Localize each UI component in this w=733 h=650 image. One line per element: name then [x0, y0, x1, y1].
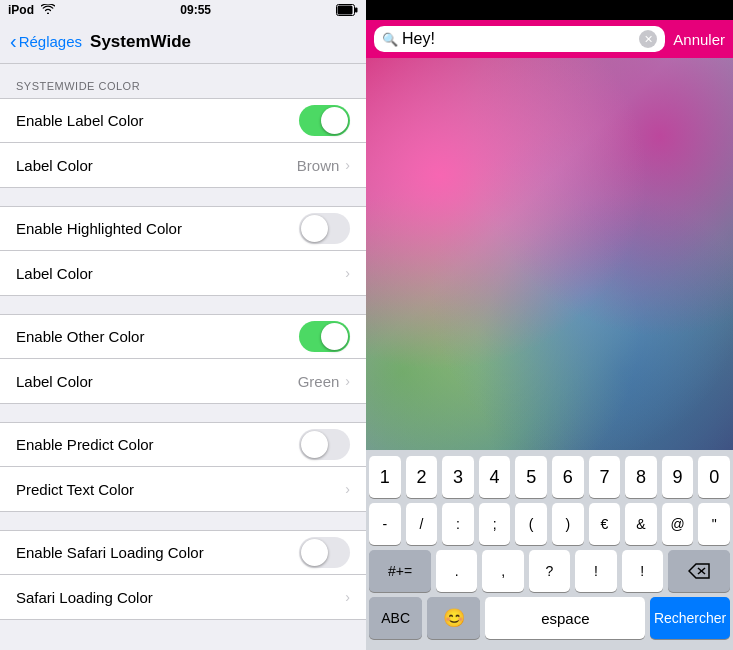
key-period[interactable]: .	[436, 550, 477, 592]
settings-group-5: Enable Safari Loading Color Safari Loadi…	[0, 530, 366, 620]
enable-highlighted-color-label: Enable Highlighted Color	[16, 220, 182, 237]
search-input[interactable]: Hey!	[402, 30, 635, 48]
label-color-green-right: Green ›	[298, 373, 350, 390]
key-slash[interactable]: /	[406, 503, 438, 545]
key-2[interactable]: 2	[406, 456, 438, 498]
navigation-bar: ‹ Réglages SystemWide	[0, 20, 366, 64]
key-rechercher[interactable]: Rechercher	[650, 597, 730, 639]
key-open-paren[interactable]: (	[515, 503, 547, 545]
section-header: SYSTEMWIDE COLOR	[0, 64, 366, 98]
key-colon[interactable]: :	[442, 503, 474, 545]
key-euro[interactable]: €	[589, 503, 621, 545]
label-color-2-right: ›	[345, 265, 350, 281]
toggle-knob-5	[301, 539, 328, 566]
key-exclaim[interactable]: !	[575, 550, 616, 592]
chevron-right-icon-3: ›	[345, 373, 350, 389]
wifi-icon: ︎	[38, 3, 55, 17]
enable-predict-color-label: Enable Predict Color	[16, 436, 154, 453]
settings-list: SYSTEMWIDE COLOR Enable Label Color Labe…	[0, 64, 366, 650]
toggle-knob-2	[301, 215, 328, 242]
key-4[interactable]: 4	[479, 456, 511, 498]
label-color-brown-label: Label Color	[16, 157, 93, 174]
key-1[interactable]: 1	[369, 456, 401, 498]
predict-text-color-right: ›	[345, 481, 350, 497]
settings-group-1: Enable Label Color Label Color Brown ›	[0, 98, 366, 188]
label-color-2-row[interactable]: Label Color ›	[0, 251, 366, 295]
left-panel: iPod ︎ 09:55 ‹ Réglages SystemWi	[0, 0, 366, 650]
toggle-knob-3	[321, 323, 348, 350]
key-0[interactable]: 0	[698, 456, 730, 498]
enable-other-color-toggle[interactable]	[299, 321, 350, 352]
key-3[interactable]: 3	[442, 456, 474, 498]
label-color-green-label: Label Color	[16, 373, 93, 390]
keyboard-row-bottom: ABC 😊 espace Rechercher	[369, 597, 730, 639]
safari-loading-color-label: Safari Loading Color	[16, 589, 153, 606]
toggle-knob-4	[301, 431, 328, 458]
status-bar-left: iPod ︎ 09:55	[0, 0, 366, 20]
key-8[interactable]: 8	[625, 456, 657, 498]
chevron-right-icon: ›	[345, 157, 350, 173]
key-question[interactable]: ?	[529, 550, 570, 592]
key-emoji[interactable]: 😊	[427, 597, 480, 639]
search-input-container[interactable]: 🔍 Hey! ✕	[374, 26, 665, 52]
enable-other-color-row[interactable]: Enable Other Color	[0, 315, 366, 359]
key-quote[interactable]: "	[698, 503, 730, 545]
enable-safari-loading-color-label: Enable Safari Loading Color	[16, 544, 204, 561]
key-ampersand[interactable]: &	[625, 503, 657, 545]
label-color-green-row[interactable]: Label Color Green ›	[0, 359, 366, 403]
settings-group-2: Enable Highlighted Color Label Color ›	[0, 206, 366, 296]
enable-label-color-row[interactable]: Enable Label Color	[0, 99, 366, 143]
label-color-green-value: Green	[298, 373, 340, 390]
chevron-right-icon-2: ›	[345, 265, 350, 281]
enable-predict-color-toggle[interactable]	[299, 429, 350, 460]
key-comma[interactable]: ,	[482, 550, 523, 592]
keyboard: 1 2 3 4 5 6 7 8 9 0 - / : ; ( ) € & @ " …	[366, 450, 733, 650]
enable-safari-loading-color-row[interactable]: Enable Safari Loading Color	[0, 531, 366, 575]
chevron-right-icon-4: ›	[345, 481, 350, 497]
search-clear-button[interactable]: ✕	[639, 30, 657, 48]
key-9[interactable]: 9	[662, 456, 694, 498]
label-color-brown-right: Brown ›	[297, 157, 350, 174]
enable-highlighted-color-toggle[interactable]	[299, 213, 350, 244]
search-cancel-button[interactable]: Annuler	[673, 31, 725, 48]
label-color-2-label: Label Color	[16, 265, 93, 282]
predict-text-color-label: Predict Text Color	[16, 481, 134, 498]
settings-group-3: Enable Other Color Label Color Green ›	[0, 314, 366, 404]
safari-loading-color-row[interactable]: Safari Loading Color ›	[0, 575, 366, 619]
enable-label-color-label: Enable Label Color	[16, 112, 144, 129]
key-hash-plus-equals[interactable]: #+=	[369, 550, 431, 592]
status-left-info: iPod ︎	[8, 3, 55, 17]
device-name-left: iPod	[8, 3, 34, 17]
color-picker-gradient[interactable]	[366, 58, 733, 450]
enable-highlighted-color-row[interactable]: Enable Highlighted Color	[0, 207, 366, 251]
search-icon: 🔍	[382, 32, 398, 47]
enable-label-color-toggle[interactable]	[299, 105, 350, 136]
toggle-knob	[321, 107, 348, 134]
key-at[interactable]: @	[662, 503, 694, 545]
page-title: SystemWide	[90, 32, 191, 52]
keyboard-row-symbols2: #+= . , ? ! !	[369, 550, 730, 592]
time-left: 09:55	[180, 3, 211, 17]
key-space[interactable]: espace	[485, 597, 645, 639]
battery-left	[336, 4, 358, 16]
key-7[interactable]: 7	[589, 456, 621, 498]
key-close-paren[interactable]: )	[552, 503, 584, 545]
back-label: Réglages	[19, 33, 82, 50]
key-5[interactable]: 5	[515, 456, 547, 498]
predict-text-color-row[interactable]: Predict Text Color ›	[0, 467, 366, 511]
key-exclaim-2[interactable]: !	[622, 550, 663, 592]
enable-safari-loading-color-toggle[interactable]	[299, 537, 350, 568]
back-button[interactable]: ‹ Réglages	[10, 30, 82, 53]
chevron-right-icon-5: ›	[345, 589, 350, 605]
right-panel: iPod 16:39 🔍 Hey! ✕ Annuler 1 2	[366, 0, 733, 650]
search-bar: 🔍 Hey! ✕ Annuler	[366, 20, 733, 58]
safari-loading-color-right: ›	[345, 589, 350, 605]
key-backspace[interactable]	[668, 550, 730, 592]
label-color-brown-value: Brown	[297, 157, 340, 174]
label-color-brown-row[interactable]: Label Color Brown ›	[0, 143, 366, 187]
key-6[interactable]: 6	[552, 456, 584, 498]
key-semicolon[interactable]: ;	[479, 503, 511, 545]
enable-predict-color-row[interactable]: Enable Predict Color	[0, 423, 366, 467]
key-abc[interactable]: ABC	[369, 597, 422, 639]
key-minus[interactable]: -	[369, 503, 401, 545]
